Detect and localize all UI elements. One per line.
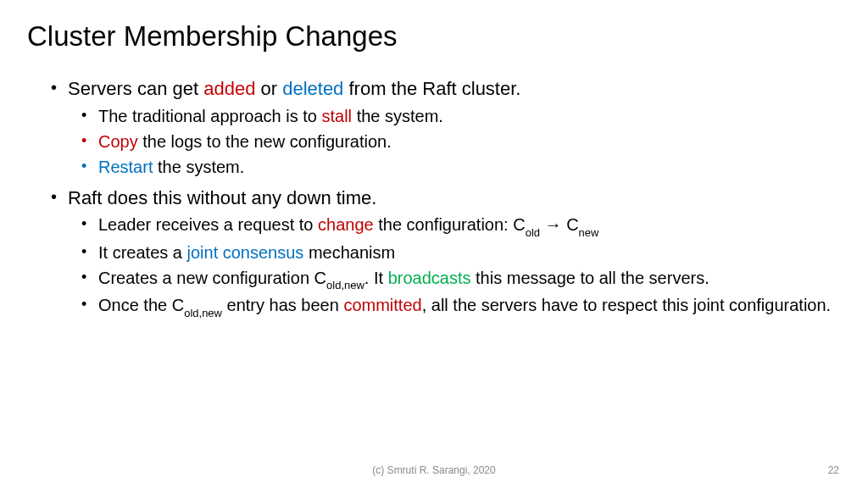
text: from the Raft cluster. bbox=[343, 78, 520, 99]
slide-container: Cluster Membership Changes Servers can g… bbox=[0, 0, 868, 319]
text-highlight-red: Copy bbox=[98, 132, 138, 151]
arrow-icon: → C bbox=[540, 215, 579, 234]
text: or bbox=[255, 78, 282, 99]
text-highlight-red: change bbox=[318, 215, 374, 234]
text: the configuration: C bbox=[374, 215, 526, 234]
text: It creates a bbox=[98, 243, 187, 262]
bullet-l2: It creates a joint consensus mechanism bbox=[81, 241, 841, 264]
bullet-l2: The traditional approach is to stall the… bbox=[81, 105, 841, 128]
text: Raft does this without any down time. bbox=[68, 187, 376, 208]
page-number: 22 bbox=[828, 464, 839, 476]
bullet-l2: Leader receives a request to change the … bbox=[81, 214, 841, 239]
footer-copyright: (c) Smruti R. Sarangi, 2020 bbox=[0, 464, 868, 476]
bullet-l1: Servers can get added or deleted from th… bbox=[51, 76, 841, 102]
text-highlight-red: stall bbox=[322, 107, 353, 125]
text-highlight-blue: Restart bbox=[98, 158, 153, 176]
text: The traditional approach is to bbox=[98, 107, 322, 125]
bullet-l1: Raft does this without any down time. bbox=[51, 186, 841, 211]
text: Once the C bbox=[98, 296, 184, 314]
text: mechanism bbox=[303, 243, 395, 262]
text-highlight-red: committed bbox=[343, 296, 421, 314]
subscript: old,new bbox=[326, 279, 364, 291]
text-highlight-blue: deleted bbox=[282, 78, 343, 99]
slide-title: Cluster Membership Changes bbox=[27, 20, 841, 53]
text: entry has been bbox=[222, 296, 343, 314]
bullet-l2: Once the Cold,new entry has been committ… bbox=[81, 294, 841, 319]
bullet-list: Servers can get added or deleted from th… bbox=[51, 76, 841, 319]
text: this message to all the servers. bbox=[471, 269, 709, 287]
bullet-l2: Copy the logs to the new configuration. bbox=[81, 130, 841, 153]
text: Servers can get bbox=[68, 78, 203, 99]
text-highlight-green: broadcasts bbox=[388, 269, 471, 287]
text: Leader receives a request to bbox=[98, 215, 318, 234]
bullet-l2: Restart the system. bbox=[81, 156, 841, 179]
text: . It bbox=[364, 269, 388, 287]
slide-content: Servers can get added or deleted from th… bbox=[27, 76, 841, 319]
text: , all the servers have to respect this j… bbox=[422, 296, 831, 314]
bullet-l2: Creates a new configuration Cold,new. It… bbox=[81, 267, 841, 292]
subscript: old,new bbox=[184, 307, 222, 319]
subscript: new bbox=[579, 226, 599, 239]
text: the system. bbox=[352, 107, 443, 125]
text-highlight-red: added bbox=[203, 78, 255, 99]
text-highlight-blue: joint consensus bbox=[187, 243, 304, 262]
text: the logs to the new configuration. bbox=[138, 132, 392, 151]
subscript: old bbox=[526, 226, 540, 239]
text: the system. bbox=[153, 158, 244, 176]
text: Creates a new configuration C bbox=[98, 269, 326, 287]
